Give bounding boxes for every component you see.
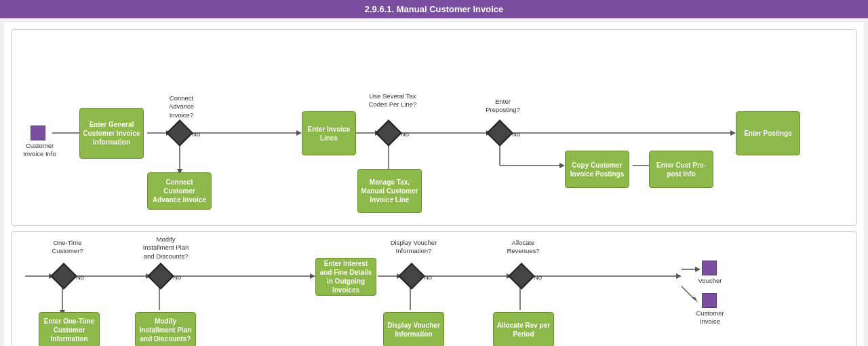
diamond-tax-codes (375, 119, 402, 147)
allocate-revenues-q-label: Allocate Revenues? (501, 239, 545, 256)
svg-marker-42 (695, 267, 701, 272)
diamond-one-time (50, 263, 77, 290)
diamond-installment (147, 263, 174, 290)
enter-one-time-box[interactable]: Enter One-Time Customer Information (39, 312, 100, 346)
no-label-6: No (424, 273, 432, 282)
svg-marker-15 (730, 130, 736, 136)
enter-general-box[interactable]: Enter General Customer Invoice Informati… (79, 108, 144, 159)
customer-invoice-info-label: Customer Invoice Info (21, 142, 58, 159)
customer-invoice-start (31, 126, 45, 140)
voucher-end (702, 261, 717, 275)
diamond-display-voucher (398, 263, 425, 290)
customer-invoice-end-label: Customer Invoice (690, 309, 730, 326)
bottom-flow-section: One-Time Customer? No Enter One-Time Cus… (11, 231, 857, 346)
no-label-4: No (76, 273, 84, 282)
no-label-3: No (512, 130, 520, 138)
no-label-7: No (534, 273, 542, 282)
modify-installment-q-label: Modify Installment Plan and Discounts? (140, 235, 191, 261)
diamond-preposting (486, 119, 513, 147)
top-flow-section: Customer Invoice Info Enter General Cust… (11, 29, 857, 226)
copy-customer-box[interactable]: Copy Customer Invoice Postings (565, 151, 629, 188)
connect-advance-label: Connect Advance Invoice? (159, 94, 203, 119)
no-label-5: No (173, 273, 181, 282)
svg-marker-28 (310, 273, 315, 279)
svg-marker-44 (692, 297, 698, 303)
enter-cust-pre-box[interactable]: Enter Cust Pre-post Info (649, 151, 713, 188)
enter-invoice-lines-box[interactable]: Enter Invoice Lines (302, 111, 356, 155)
diamond-connect-advance (166, 119, 193, 147)
allocate-rev-box[interactable]: Allocate Rev per Period (493, 312, 554, 346)
use-several-tax-label: Use Several Tax Codes Per Line? (366, 92, 420, 109)
no-label-1: No (192, 130, 200, 138)
voucher-label: Voucher (693, 277, 727, 285)
display-voucher-box[interactable]: Display Voucher Information (383, 312, 444, 346)
diagram-area: Customer Invoice Info Enter General Cust… (4, 22, 864, 346)
svg-line-43 (682, 286, 695, 300)
svg-marker-5 (296, 130, 302, 136)
display-voucher-q-label: Display Voucher Information? (390, 239, 437, 256)
modify-installment-box[interactable]: Modify Installment Plan and Discounts? (135, 312, 196, 346)
enter-interest-box[interactable]: Enter Interest and Fine Details in Outgo… (315, 258, 376, 296)
page-title: 2.9.6.1. Manual Customer Invoice (0, 0, 868, 18)
enter-postings-box[interactable]: Enter Postings (736, 111, 800, 155)
one-time-customer-label: One-Time Customer? (45, 239, 90, 256)
diamond-allocate-revenues (508, 263, 535, 290)
svg-marker-38 (676, 273, 682, 279)
svg-marker-18 (559, 163, 565, 168)
manage-tax-box[interactable]: Manage Tax, Manual Customer Invoice Line (357, 169, 422, 213)
customer-invoice-end (702, 293, 717, 308)
connect-customer-advance-box[interactable]: Connect Customer Advance Invoice (147, 172, 212, 210)
no-label-2: No (401, 130, 409, 138)
enter-preposting-label: Enter Preposting? (481, 98, 525, 115)
